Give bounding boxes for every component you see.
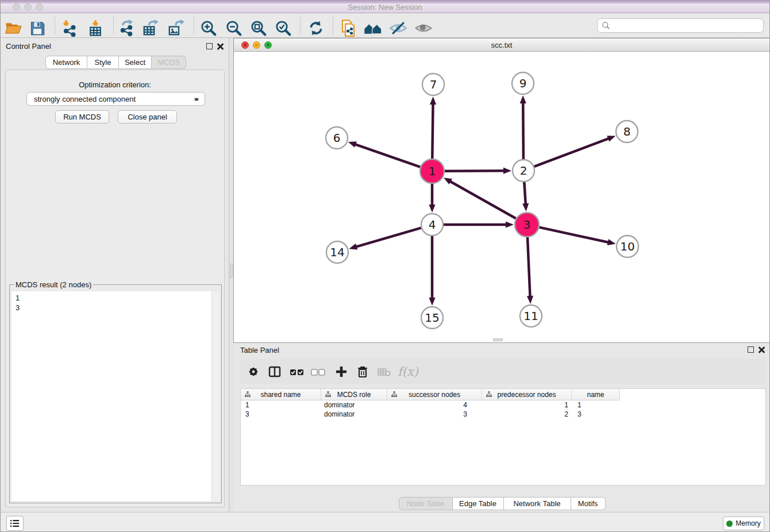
table-cell[interactable]: 1 [572, 400, 620, 410]
tab-mcds[interactable]: MCDS [152, 56, 186, 69]
show-eye-icon[interactable] [414, 18, 433, 38]
table-cell[interactable]: 3 [572, 410, 620, 419]
tab-select[interactable]: Select [119, 56, 152, 69]
table-cell[interactable]: 1 [482, 400, 572, 410]
table-cell[interactable]: 4 [387, 400, 482, 410]
search-input[interactable] [610, 20, 763, 32]
delete-table-icon[interactable] [375, 363, 394, 381]
list-icon [10, 519, 20, 528]
task-history-button[interactable] [6, 516, 24, 531]
tab-node-table[interactable]: Node Table [399, 497, 453, 510]
column-tree-icon [391, 391, 397, 399]
table-body: 1dominator4113dominator323 [241, 400, 765, 485]
graph-edge-2-3[interactable] [524, 182, 526, 205]
table-row[interactable]: 3dominator323 [241, 410, 765, 419]
toggle-column-panel-icon[interactable] [265, 363, 284, 381]
optimization-criterion-select[interactable]: strongly connected component [26, 92, 205, 106]
graph-edge-arrowhead [503, 168, 511, 174]
export-table-icon[interactable] [141, 18, 160, 38]
graph-edge-3-11[interactable] [528, 237, 530, 298]
import-table-icon[interactable] [86, 18, 105, 38]
run-mcds-button[interactable]: Run MCDS [55, 110, 109, 124]
graph-edge-3-10[interactable] [539, 228, 609, 243]
column-header-predecessor-nodes[interactable]: predecessor nodes [482, 389, 572, 400]
new-network-from-selection-icon[interactable] [338, 18, 358, 38]
tab-network[interactable]: Network [45, 56, 87, 69]
app-window: Session: New Session [0, 0, 770, 532]
graph-edge-2-9[interactable] [523, 102, 523, 159]
select-all-icon[interactable] [288, 363, 306, 381]
graph-node-label: 8 [623, 125, 631, 138]
function-builder-icon[interactable]: f(x) [399, 363, 417, 381]
search-box [597, 18, 764, 33]
graph-edge-1-7[interactable] [432, 103, 433, 159]
table-cell[interactable]: 2 [482, 410, 572, 419]
graph-edge-4-14[interactable] [355, 228, 421, 247]
search-icon [602, 21, 610, 30]
graph-edge-1-2[interactable] [445, 171, 505, 171]
mcds-tab-content: Optimization criterion: strongly connect… [5, 70, 225, 507]
deselect-all-icon[interactable] [309, 363, 328, 381]
horizontal-splitter-handle[interactable] [493, 338, 503, 341]
graph-edge-arrowhead [522, 203, 529, 211]
close-table-panel-icon[interactable] [758, 346, 765, 353]
table-cell[interactable]: dominator [321, 410, 387, 419]
table-cell[interactable]: 1 [241, 400, 321, 410]
column-header-MCDS-role[interactable]: MCDS role [321, 389, 387, 400]
control-panel-tabs: NetworkStyleSelectMCDS [45, 56, 186, 69]
network-canvas[interactable]: 7968124314101511 [234, 52, 769, 342]
vertical-splitter-handle[interactable] [230, 264, 233, 277]
zoom-fit-icon[interactable] [249, 18, 268, 38]
float-table-panel-icon[interactable] [748, 346, 754, 353]
graph-edge-arrowhead [430, 97, 436, 105]
memory-button[interactable]: Memory [723, 516, 764, 530]
table-header-row: shared nameMCDS rolesuccessor nodesprede… [241, 389, 620, 400]
delete-column-icon[interactable] [353, 363, 372, 381]
add-column-icon[interactable] [332, 363, 351, 381]
tab-edge-table[interactable]: Edge Table [453, 497, 504, 510]
tab-network-table[interactable]: Network Table [504, 497, 571, 510]
graph-node-label: 6 [333, 131, 341, 145]
tab-style[interactable]: Style [87, 56, 119, 69]
mcds-result-list[interactable]: 13 [11, 291, 211, 501]
import-network-icon[interactable] [59, 18, 79, 38]
mcds-result-box: MCDS result (2 nodes) 13 [9, 284, 222, 503]
graph-edge-1-6[interactable] [354, 144, 420, 167]
zoom-selected-icon[interactable] [274, 18, 293, 38]
close-panel-icon[interactable] [217, 43, 224, 50]
graph-edge-arrowhead [607, 136, 615, 141]
column-header-label: MCDS role [337, 391, 371, 399]
graph-node-label: 2 [520, 164, 528, 178]
table-panel: Table Panel f(x) [233, 343, 770, 512]
graph-edge-arrowhead [349, 244, 357, 250]
zoom-out-icon[interactable] [224, 18, 244, 38]
table-cell[interactable]: dominator [321, 400, 387, 410]
result-scrollbar[interactable] [211, 291, 220, 501]
graph-node-label: 3 [523, 218, 531, 232]
settings-gear-icon[interactable] [244, 363, 263, 381]
column-header-name[interactable]: name [572, 389, 620, 400]
float-panel-icon[interactable] [206, 43, 213, 49]
graph-edge-3-1[interactable] [449, 181, 516, 219]
refresh-icon[interactable] [306, 18, 326, 38]
hide-eye-icon[interactable] [388, 18, 408, 38]
graph-edge-2-8[interactable] [534, 138, 610, 167]
column-tree-icon [486, 391, 492, 399]
table-cell[interactable]: 3 [387, 410, 482, 419]
toolbar-separator [113, 17, 114, 34]
home-icon[interactable] [363, 18, 383, 38]
close-panel-button[interactable]: Close panel [118, 110, 177, 124]
tab-motifs[interactable]: Motifs [571, 497, 606, 510]
network-frame-titlebar[interactable]: × − + scc.txt [234, 38, 769, 52]
table-cell[interactable]: 3 [241, 410, 321, 419]
export-network-icon[interactable] [117, 18, 136, 38]
column-header-successor-nodes[interactable]: successor nodes [387, 389, 482, 400]
table-row[interactable]: 1dominator411 [241, 400, 765, 410]
export-image-icon[interactable] [166, 18, 186, 38]
save-icon[interactable] [28, 18, 47, 38]
control-panel-header: Control Panel [1, 38, 229, 54]
column-header-shared-name[interactable]: shared name [241, 389, 321, 400]
zoom-in-icon[interactable] [199, 18, 218, 38]
open-folder-icon[interactable] [3, 18, 23, 38]
column-header-label: predecessor nodes [497, 391, 556, 399]
